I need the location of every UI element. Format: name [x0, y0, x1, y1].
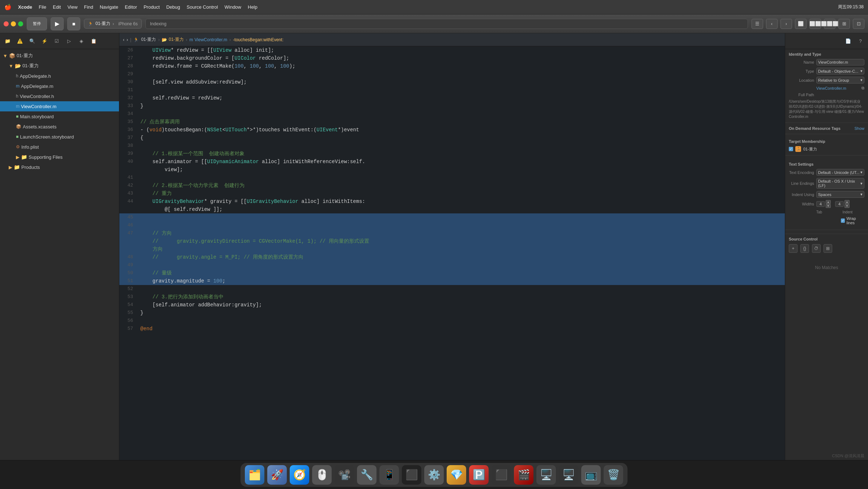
sc-history-icon[interactable]: ⏱: [812, 244, 821, 253]
layout-3-button[interactable]: ⬜⬜⬜: [824, 19, 835, 29]
fullpath-value: /Users/sen/Desktop/第13期黑与iOS学科就业班/02UI进阶…: [785, 98, 868, 120]
nav-issues-icon[interactable]: ⚡: [40, 37, 49, 46]
forward-button[interactable]: ›: [780, 19, 792, 29]
tab-decrement-button[interactable]: ▼: [826, 204, 831, 208]
code-line-36: 36 - (void)touchesBegan:(NSSet<UITouch*>…: [119, 126, 785, 134]
nav-source-icon[interactable]: ⚠️: [15, 37, 25, 46]
breadcrumb-method[interactable]: -touchesBegan:withEvent:: [233, 37, 283, 42]
name-input[interactable]: ViewController.m: [816, 59, 864, 65]
sc-diff-icon[interactable]: ⊞: [824, 244, 832, 253]
stop-square-button[interactable]: ■: [67, 17, 80, 30]
navigator-toggle-button[interactable]: ☰: [752, 19, 763, 29]
dock-mouse[interactable]: 🖱️: [312, 465, 332, 485]
tree-item-project[interactable]: ▼ 📦 01-重力: [0, 51, 119, 61]
sc-commit-icon[interactable]: {}: [800, 244, 809, 253]
dock-terminal[interactable]: ⬛: [402, 465, 421, 485]
quick-help-icon[interactable]: ?: [856, 37, 865, 46]
dock-pencil[interactable]: 🅿️: [469, 465, 489, 485]
tab-increment-button[interactable]: ▲: [826, 200, 831, 204]
menu-source-control[interactable]: Source Control: [187, 4, 218, 10]
dock-finder[interactable]: 🗂️: [245, 465, 264, 485]
indent-using-select[interactable]: Spaces ▾: [816, 191, 864, 198]
tree-item-appdelegate-h[interactable]: h AppDelegate.h: [0, 71, 119, 81]
file-inspector-icon[interactable]: 📄: [843, 37, 853, 46]
dock-more[interactable]: ⬛: [492, 465, 511, 485]
tree-item-viewcontroller-h[interactable]: h ViewController.h: [0, 91, 119, 101]
breadcrumb-nav-fwd[interactable]: ›: [127, 37, 128, 42]
dock-iphone-config[interactable]: 📱: [379, 465, 399, 485]
dock-video[interactable]: 🎬: [514, 465, 533, 485]
menu-find[interactable]: Find: [84, 4, 93, 10]
nav-breakpoints-icon[interactable]: ◈: [77, 37, 86, 46]
stop-button[interactable]: 暂停: [27, 17, 47, 30]
tree-item-supporting-files[interactable]: ▶ 📁 Supporting Files: [0, 152, 119, 162]
dock-tv[interactable]: 📺: [581, 465, 601, 485]
menu-help[interactable]: Help: [248, 4, 258, 10]
menu-edit[interactable]: Edit: [53, 4, 61, 10]
inspector-toolbar: 📄 ?: [785, 33, 868, 49]
tree-item-info-plist[interactable]: ⚙ Info.plist: [0, 142, 119, 152]
dock-monitor-2[interactable]: 🖥️: [559, 465, 578, 485]
dock-monitor[interactable]: 🖥️: [536, 465, 556, 485]
menu-navigate[interactable]: Navigate: [100, 4, 118, 10]
layout-1-button[interactable]: ⬜: [795, 19, 807, 29]
nav-tests-icon[interactable]: ☑: [52, 37, 61, 46]
tree-item-group[interactable]: ▼ 📂 01-重力: [0, 61, 119, 71]
breadcrumb-nav-back[interactable]: ‹: [123, 37, 124, 42]
inspector-toggle-button[interactable]: ⊡: [853, 19, 864, 29]
divider-2: [785, 134, 868, 134]
back-button[interactable]: ‹: [766, 19, 778, 29]
wrap-lines-checkbox[interactable]: ✓: [841, 218, 845, 223]
menu-file[interactable]: File: [39, 4, 46, 10]
menu-editor[interactable]: Editor: [125, 4, 137, 10]
menu-debug[interactable]: Debug: [166, 4, 180, 10]
tree-item-launch-screen[interactable]: ■ LaunchScreen.storyboard: [0, 132, 119, 142]
show-button[interactable]: Show: [854, 126, 864, 131]
dock-quicktime[interactable]: 📽️: [335, 465, 354, 485]
dock-trash[interactable]: 🗑️: [604, 465, 623, 485]
sc-add-icon[interactable]: +: [789, 244, 797, 253]
watermark: CSDN @清风清晨: [832, 453, 864, 459]
dock-sketch[interactable]: 💎: [447, 465, 466, 485]
copy-path-icon[interactable]: ⧉: [861, 86, 864, 90]
tree-item-assets[interactable]: 📦 Assets.xcassets: [0, 122, 119, 132]
close-window-button[interactable]: [4, 21, 9, 26]
target-icon: 🏃: [795, 146, 801, 152]
location-select[interactable]: Relative to Group ▾: [816, 77, 864, 84]
tree-item-main-storyboard[interactable]: ■ Main.storyboard: [0, 111, 119, 122]
nav-folder-icon[interactable]: 📁: [3, 37, 12, 46]
layout-2-button[interactable]: ⬜⬜: [809, 19, 821, 29]
menu-product[interactable]: Product: [144, 4, 160, 10]
breadcrumb-project[interactable]: 01-重力: [141, 37, 156, 43]
breadcrumb-group[interactable]: 📂 01-重力: [162, 37, 183, 43]
dock-safari[interactable]: 🧭: [290, 465, 309, 485]
fullscreen-window-button[interactable]: [18, 21, 23, 26]
nav-search-icon[interactable]: 🔍: [27, 37, 37, 46]
run-button[interactable]: ▶: [51, 17, 64, 30]
nav-debug-icon[interactable]: ▷: [64, 37, 74, 46]
target-checkbox[interactable]: ✓: [789, 147, 793, 151]
line-endings-select[interactable]: Default - OS X / Unix (LF) ▾: [816, 178, 864, 189]
encoding-select[interactable]: Default - Unicode (UT... ▾: [816, 169, 864, 176]
tree-item-appdelegate-m[interactable]: m AppDelegate.m: [0, 81, 119, 91]
indent-increment-button[interactable]: ▲: [844, 200, 850, 204]
dock-tools[interactable]: 🔧: [357, 465, 376, 485]
layout-panel-button[interactable]: ⊞: [838, 19, 850, 29]
bottom-bar: 🗂️ 🚀 🧭 🖱️ 📽️ 🔧 📱 ⬛ ⚙️ 💎 🅿️ ⬛ 🎬 🖥️ 🖥️ 📺 🗑…: [0, 460, 868, 489]
menu-window[interactable]: Window: [225, 4, 241, 10]
tree-item-viewcontroller-m[interactable]: m ViewController.m: [0, 101, 119, 111]
tree-item-products[interactable]: ▶ 📁 Products: [0, 162, 119, 172]
scheme-selector[interactable]: 🏃 01-重力 › iPhone 6s: [84, 19, 142, 29]
code-editor[interactable]: 26 UIView* redView = [[UIView alloc] ini…: [119, 46, 785, 460]
apple-menu[interactable]: 🍎: [4, 4, 12, 10]
minimize-window-button[interactable]: [11, 21, 16, 26]
menu-xcode[interactable]: Xcode: [18, 4, 32, 10]
nav-reports-icon[interactable]: 📋: [89, 37, 98, 46]
breadcrumb-file[interactable]: m ViewController.m: [190, 37, 227, 42]
type-select[interactable]: Default - Objective-C... ▾: [816, 68, 864, 75]
dock-launchpad[interactable]: 🚀: [267, 465, 287, 485]
indent-decrement-button[interactable]: ▼: [844, 204, 850, 208]
menu-view[interactable]: View: [67, 4, 77, 10]
dock-system-prefs[interactable]: ⚙️: [424, 465, 444, 485]
indent-stepper: 4 ▲ ▼: [835, 200, 850, 208]
